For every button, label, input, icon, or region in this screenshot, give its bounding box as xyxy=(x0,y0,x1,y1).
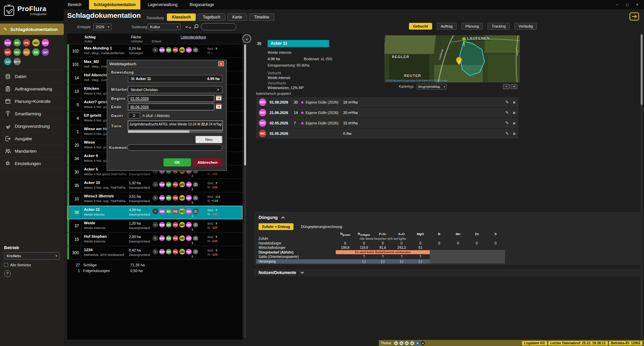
beginn-input[interactable]: 01.05.2026 xyxy=(128,95,214,102)
crop-badge-so[interactable]: SO xyxy=(42,48,49,56)
sidebar-item-calendar[interactable]: Planung+Kontrolle xyxy=(0,95,64,108)
filter-button-gebucht[interactable]: Gebucht xyxy=(409,23,432,30)
filter-button-planung[interactable]: Planung xyxy=(461,23,483,30)
sidebar-item-fertilizer[interactable]: Düngeverordnung xyxy=(0,120,64,132)
chevron-up-icon[interactable] xyxy=(281,215,285,220)
collapse-panel-button[interactable]: ‹ xyxy=(242,34,251,43)
field-row-102[interactable]: 102Max-Munding 1Hof-, Weg-, Gebäudefläch… xyxy=(67,44,242,58)
sort-direction-button[interactable] xyxy=(184,24,192,30)
theme-option-6[interactable]: A xyxy=(421,341,425,345)
top-tab-lagerverwaltung[interactable]: Lagerverwaltung xyxy=(143,0,182,9)
field-row-15[interactable]: 15Hof StephanWeide extensiv2,00 haDauerg… xyxy=(67,233,242,246)
tiere-listbox[interactable]: Jungrinderaufzucht AF/GL ohne Weide 13-2… xyxy=(128,121,223,130)
close-icon[interactable]: × xyxy=(633,2,641,7)
field-row-10[interactable]: 10Wiese3 3BetriebWiese 3 Nut. ung. 70dtT… xyxy=(67,192,242,206)
delete-icon[interactable]: × xyxy=(513,100,515,105)
neu-button[interactable]: Neu xyxy=(195,136,222,143)
calendar-picker-icon[interactable]: 15 xyxy=(216,104,222,109)
theme-option-3[interactable]: A xyxy=(405,341,409,345)
alle-betriebe-checkbox[interactable]: Alle Betriebe xyxy=(4,263,60,267)
field-row-35[interactable]: 35Acker 10Wiese 3 Nut. ung. 70dtTM/ha1,3… xyxy=(67,179,242,192)
status-bar: Thema: AAAAAA Logdaten 0/2Letzter Datena… xyxy=(379,340,644,346)
kommentar-input[interactable] xyxy=(127,144,222,151)
tiere-item[interactable]: Jungrinderaufzucht AF/GL ohne Weide 13-2… xyxy=(128,121,222,127)
ende-input[interactable]: 30.06.2026 xyxy=(128,104,214,110)
dauer-input[interactable] xyxy=(128,113,140,119)
theme-option-5[interactable]: A xyxy=(415,341,420,345)
maximize-icon[interactable]: □ xyxy=(623,2,631,7)
calendar-entry[interactable]: WE01.05.20260 /ha✎× xyxy=(256,128,519,139)
theme-option-4[interactable]: A xyxy=(410,341,414,345)
help-icon[interactable]: ? xyxy=(4,270,11,277)
sidebar-item-clients[interactable]: Mandanten xyxy=(0,145,64,157)
view-button-timeline[interactable]: Timeline xyxy=(249,13,274,21)
zoom-out-button[interactable]: − xyxy=(503,84,510,89)
calendar-picker-icon[interactable]: 15 xyxy=(216,95,222,101)
map[interactable]: LAUFENEN REGLER REUTER Laufenen Lohner ©… xyxy=(384,35,520,82)
filter-button-auftrag[interactable]: Auftrag xyxy=(437,23,457,30)
sidebar-item-orders[interactable]: Auftragsverwaltung xyxy=(0,83,64,95)
nutrient-row-wirtschaftsd-nger: Wirtschaftsdünger199,8119,981,6243,361 xyxy=(256,245,505,250)
betrieb-select[interactable]: KreAktiv ▾ xyxy=(4,252,60,260)
sidebar-item-smartfarming[interactable]: Smartfarming xyxy=(0,108,64,120)
edit-icon[interactable]: ✎ xyxy=(505,110,509,115)
crop-badge-wd[interactable]: WD xyxy=(42,39,49,46)
calendar-entry[interactable]: WD02.05.20267Eigene Gülle (2026)15 m³/ha… xyxy=(256,118,519,128)
search-input[interactable] xyxy=(201,23,236,30)
view-button-tagebuch[interactable]: Tagebuch xyxy=(198,13,225,21)
crop-badge-ag[interactable]: AG xyxy=(4,58,11,65)
zufuhr-entzug-button[interactable]: Zufuhr + Entzug xyxy=(259,223,293,230)
crop-badge-md[interactable]: MD xyxy=(32,39,40,46)
sidebar-item-export[interactable]: Ausgabe xyxy=(0,132,64,145)
field-row-37[interactable]: 37WeideWeide extensiv1,20 haDauergrünlan… xyxy=(67,219,242,233)
kartentyp-select[interactable]: BingHybridMap▾ xyxy=(417,84,447,89)
zoom-in-button[interactable]: + xyxy=(511,84,517,89)
field-row-36[interactable]: 36Acker 11Weide intensiv4,99 haDauergrün… xyxy=(67,206,242,219)
logout-icon[interactable] xyxy=(629,12,639,22)
sortierung-select[interactable]: Kultur▾ xyxy=(148,24,181,30)
mitarbeiter-select[interactable]: Strobel Christian ▼ xyxy=(128,86,222,93)
edit-icon[interactable]: ✎ xyxy=(505,131,509,136)
minimize-icon[interactable]: – xyxy=(613,2,621,7)
calendar-entry[interactable]: WD21.06.202614Eigene Gülle (2026)20 m³/h… xyxy=(256,108,519,118)
field-row-300[interactable]: 3001234Mähweide, 60% Weideanteil0,42 haD… xyxy=(67,246,242,260)
view-button-karte[interactable]: Karte xyxy=(227,13,247,21)
right-panel-scrollbar[interactable] xyxy=(641,34,643,339)
dialog-close-icon[interactable]: x xyxy=(218,61,224,66)
filter-button-tracking[interactable]: Tracking xyxy=(488,23,510,30)
sidebar-item-schlagdokumentation[interactable]: ✎ Schlagdokumentation xyxy=(0,24,64,35)
listendarstellung-link[interactable]: Listendarstellung xyxy=(181,35,206,39)
crop-badge-ko[interactable]: KO xyxy=(23,48,30,56)
sidebar-item-settings[interactable]: ⚙Einstellungen xyxy=(0,157,64,170)
top-tab-bereich[interactable]: Bereich xyxy=(63,0,86,9)
duengeplanungsrechnung-button[interactable]: Düngeplanungsrechnung xyxy=(301,225,342,229)
map-label-town: REGLER xyxy=(392,55,409,59)
erntejahr-select[interactable]: 2026▾ xyxy=(93,24,111,30)
filter-button-vorl-ufig[interactable]: Vorläufig xyxy=(514,23,537,30)
delete-icon[interactable]: × xyxy=(513,110,515,115)
edit-icon[interactable]: ✎ xyxy=(505,121,509,125)
crop-badge-wa[interactable]: WA xyxy=(13,48,21,56)
top-tab-schlagdokumentation[interactable]: Schlagdokumentation xyxy=(89,0,140,9)
sidebar-item-database[interactable]: Daten xyxy=(0,70,64,83)
crop-badge-ps[interactable]: PS xyxy=(23,39,30,46)
list-scrollbar[interactable] xyxy=(244,44,246,338)
abbrechen-button[interactable]: Abbrechen xyxy=(192,158,223,166)
notizen-section[interactable]: Notizen/Dokumente xyxy=(254,269,641,276)
top-tab-biogasanlage[interactable]: Biogasanlage xyxy=(185,0,219,9)
crop-badge-we[interactable]: WE xyxy=(4,48,11,56)
theme-option-1[interactable]: A xyxy=(394,341,398,345)
ok-button[interactable]: OK xyxy=(164,158,191,166)
crop-badge-mm[interactable]: MM xyxy=(4,39,11,46)
view-button-klassisch[interactable]: Klassisch xyxy=(167,13,196,21)
crop-badge-er[interactable]: ER xyxy=(32,48,40,56)
calendar-entry[interactable]: WD01.08.202630Eigene Gülle (2026)18 m³/h… xyxy=(256,97,519,108)
tiere-hscrollbar[interactable] xyxy=(128,130,223,133)
edit-icon[interactable]: ✎ xyxy=(505,100,509,105)
delete-icon[interactable]: × xyxy=(513,121,515,126)
crop-badge-be[interactable]: BE xyxy=(13,39,21,46)
crop-badge-n[interactable]: Nnew xyxy=(13,58,21,65)
dialog-titlebar[interactable]: Weidetagebuch x xyxy=(107,60,226,68)
delete-icon[interactable]: × xyxy=(513,131,515,136)
theme-option-2[interactable]: A xyxy=(399,341,404,345)
